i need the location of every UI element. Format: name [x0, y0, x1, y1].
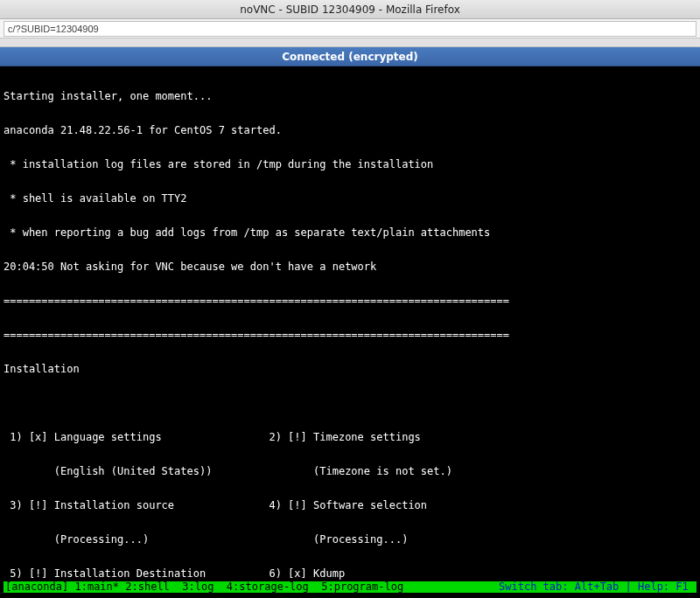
- tmux-status-right: Switch tab: Alt+Tab | Help: F1: [499, 581, 695, 593]
- vnc-canvas-area[interactable]: Connected (encrypted) Starting installer…: [0, 47, 700, 598]
- menu-row: 1) [x] Language settings 2) [!] Timezone…: [4, 432, 696, 443]
- window-titlebar: noVNC - SUBID 12304909 - Mozilla Firefox: [0, 0, 700, 19]
- term-separator: ========================================…: [4, 296, 696, 307]
- connection-status-text: Connected (encrypted): [282, 51, 418, 63]
- window-title: noVNC - SUBID 12304909 - Mozilla Firefox: [240, 3, 460, 16]
- term-heading: Installation: [4, 364, 696, 375]
- connection-status-banner: Connected (encrypted): [0, 47, 700, 66]
- terminal[interactable]: Starting installer, one moment... anacon…: [0, 66, 700, 598]
- term-line: * when reporting a bug add logs from /tm…: [4, 227, 696, 239]
- term-line: Starting installer, one moment...: [4, 91, 696, 102]
- term-line: * shell is available on TTY2: [4, 193, 696, 205]
- url-bar-input[interactable]: [4, 21, 696, 37]
- term-line: * installation log files are stored in /…: [4, 159, 696, 170]
- menu-row: 3) [!] Installation source 4) [!] Softwa…: [4, 500, 696, 511]
- tmux-status-left: [anaconda] 1:main* 2:shell 3:log 4:stora…: [5, 581, 403, 593]
- term-line: 20:04:50 Not asking for VNC because we d…: [4, 261, 696, 273]
- menu-row: 5) [!] Installation Destination 6) [x] K…: [4, 568, 696, 580]
- toolbar-spacer: [0, 38, 700, 47]
- tmux-status-bar: [anaconda] 1:main* 2:shell 3:log 4:stora…: [4, 581, 696, 593]
- menu-row-detail: (Processing...) (Processing...): [4, 534, 696, 546]
- url-bar-container: [0, 19, 700, 38]
- term-line: anaconda 21.48.22.56-1 for CentOS 7 star…: [4, 125, 696, 136]
- term-separator: ========================================…: [4, 330, 696, 341]
- menu-row-detail: (English (United States)) (Timezone is n…: [4, 466, 696, 477]
- term-line: [4, 398, 696, 409]
